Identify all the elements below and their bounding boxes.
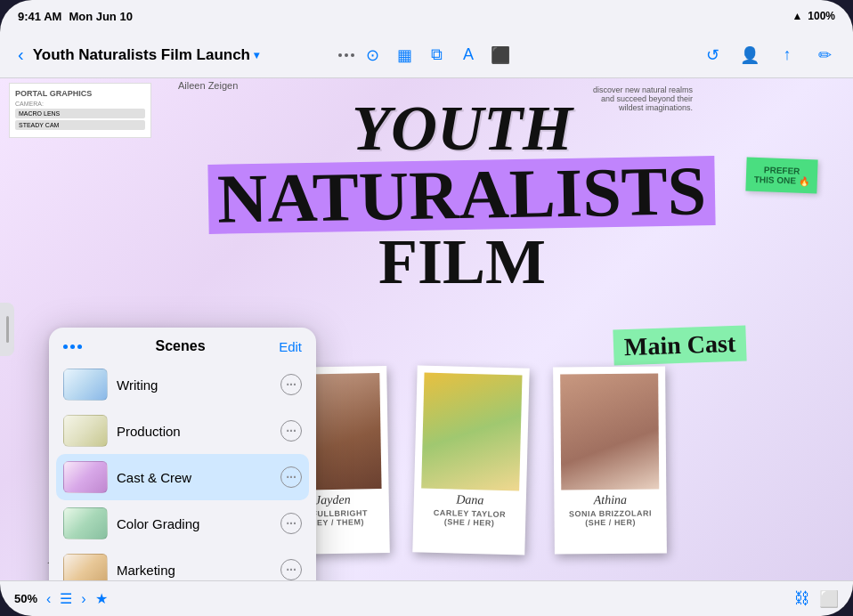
sticky-note: PREFER THIS ONE 🔥 (745, 158, 817, 194)
lens-tag: MACRO LENS (15, 109, 145, 118)
photo-2 (421, 373, 522, 491)
status-bar: 9:41 AM Mon Jun 10 ▲ 100% (0, 0, 853, 32)
status-bar-right: ▲ 100% (792, 10, 835, 22)
list-view-icon[interactable]: ☰ (60, 590, 72, 607)
ipad-frame: 9:41 AM Mon Jun 10 ▲ 100% ‹ Youth Natura… (0, 0, 853, 616)
card-camera-label: CAMERA: (15, 101, 145, 107)
title-youth: YOUTH (160, 96, 764, 160)
scene-thumbnail-color (63, 507, 108, 539)
photo-3 (560, 374, 659, 490)
bottom-toolbar-right: ⛓ ⬜ (794, 589, 839, 609)
toolbar-left: ‹ Youth Naturalists Film Launch ▾ (14, 41, 331, 69)
polaroid-label-2: CARLEY TAYLOR(SHE / HER) (420, 508, 518, 529)
bottom-toolbar: 50% ‹ ☰ › ★ ⛓ ⬜ (0, 580, 853, 616)
zoom-level[interactable]: 50% (14, 592, 37, 605)
scene-name-writing: Writing (117, 377, 272, 393)
scene-thumbnail-marketing (63, 554, 108, 580)
back-button[interactable]: ‹ (14, 41, 28, 69)
status-bar-left: 9:41 AM Mon Jun 10 (18, 10, 133, 23)
scene-item-marketing[interactable]: Marketing ··· (56, 547, 309, 580)
film-title: YOUTH NATURALISTS FILM (160, 96, 764, 294)
stabilizer-tag: STEADY CAM (15, 120, 145, 130)
battery-display: 100% (808, 10, 835, 22)
scene-name-marketing: Marketing (117, 563, 272, 578)
scene-name-color-grading: Color Grading (117, 516, 272, 531)
scene-more-marketing[interactable]: ··· (280, 559, 302, 580)
main-cast-label: Main Cast (613, 325, 747, 365)
polaroid-name-2: Dana (421, 492, 519, 509)
main-canvas-area: Aileen Zeigen discover new natural realm… (0, 78, 853, 580)
target-icon[interactable]: ⊙ (358, 41, 386, 69)
sidebar-handle-line (6, 316, 9, 343)
scene-more-writing[interactable]: ··· (280, 374, 302, 395)
grid-icon[interactable]: ▦ (390, 41, 418, 69)
scenes-list: Writing ··· Production ··· Cast & Crew ·… (49, 361, 316, 580)
next-page-button[interactable]: › (81, 591, 85, 607)
toolbar-right: ↺ 👤 ↑ ✏ (522, 41, 839, 69)
polaroid-name-3: Athina (561, 493, 659, 508)
scene-item-cast-crew[interactable]: Cast & Crew ··· (56, 454, 309, 500)
star-icon[interactable]: ★ (95, 590, 108, 607)
more-options-dots[interactable] (338, 53, 354, 57)
scenes-header: Scenes Edit (49, 328, 316, 361)
history-icon[interactable]: ↺ (698, 41, 727, 69)
scene-thumbnail-writing (63, 369, 108, 401)
sidebar-handle[interactable] (0, 303, 14, 356)
title-film: FILM (160, 230, 764, 294)
scene-more-color[interactable]: ··· (280, 513, 302, 534)
scene-item-color-grading[interactable]: Color Grading ··· (56, 500, 309, 547)
share-icon[interactable]: ↑ (773, 41, 801, 69)
toolbar-center: ⊙ ▦ ⧉ A ⬛ (338, 41, 515, 69)
text-icon[interactable]: A (454, 41, 483, 69)
layers-icon[interactable]: ⧉ (422, 41, 451, 69)
author-name: Aileen Zeigen (178, 80, 238, 91)
scenes-edit-button[interactable]: Edit (279, 339, 302, 354)
sticky-note-text: PREFER THIS ONE 🔥 (754, 165, 809, 186)
scene-item-writing[interactable]: Writing ··· (56, 361, 309, 408)
image-icon[interactable]: ⬛ (486, 41, 515, 69)
scene-thumbnail-cast (63, 461, 108, 493)
app-toolbar: ‹ Youth Naturalists Film Launch ▾ ⊙ ▦ ⧉ … (0, 32, 853, 78)
title-naturalists: NATURALISTS (208, 156, 716, 234)
fullscreen-icon[interactable]: ⬜ (819, 589, 839, 609)
scene-name-cast-crew: Cast & Crew (117, 470, 272, 485)
polaroid-2: Dana CARLEY TAYLOR(SHE / HER) (412, 365, 529, 555)
collaborators-icon[interactable]: 👤 (735, 41, 764, 69)
scene-more-production[interactable]: ··· (280, 420, 302, 442)
date-display: Mon Jun 10 (69, 10, 133, 23)
project-title: Youth Naturalists Film Launch ▾ (33, 46, 259, 64)
link-icon[interactable]: ⛓ (794, 589, 810, 608)
time-display: 9:41 AM (18, 10, 61, 23)
scenes-panel: Scenes Edit Writing ··· Production ··· C… (49, 328, 316, 580)
project-title-text: Youth Naturalists Film Launch (33, 46, 250, 64)
project-dropdown-chevron[interactable]: ▾ (254, 49, 259, 61)
scene-name-production: Production (117, 424, 272, 439)
bottom-toolbar-left: 50% ‹ ☰ › ★ (14, 590, 108, 607)
card-title: PORTAL GRAPHICS (15, 89, 145, 98)
scene-item-production[interactable]: Production ··· (56, 408, 309, 454)
scene-more-cast[interactable]: ··· (280, 466, 302, 488)
camera-card: PORTAL GRAPHICS CAMERA: MACRO LENS STEAD… (9, 83, 151, 138)
polaroid-label-3: SONIA BRIZZOLARI(SHE / HER) (561, 509, 659, 528)
wifi-icon: ▲ (792, 10, 802, 22)
polaroid-3: Athina SONIA BRIZZOLARI(SHE / HER) (553, 366, 667, 554)
scene-thumbnail-production (63, 415, 108, 447)
edit-icon[interactable]: ✏ (810, 41, 839, 69)
prev-page-button[interactable]: ‹ (46, 591, 51, 607)
scenes-panel-dots[interactable] (63, 344, 82, 349)
scenes-title: Scenes (82, 338, 279, 354)
